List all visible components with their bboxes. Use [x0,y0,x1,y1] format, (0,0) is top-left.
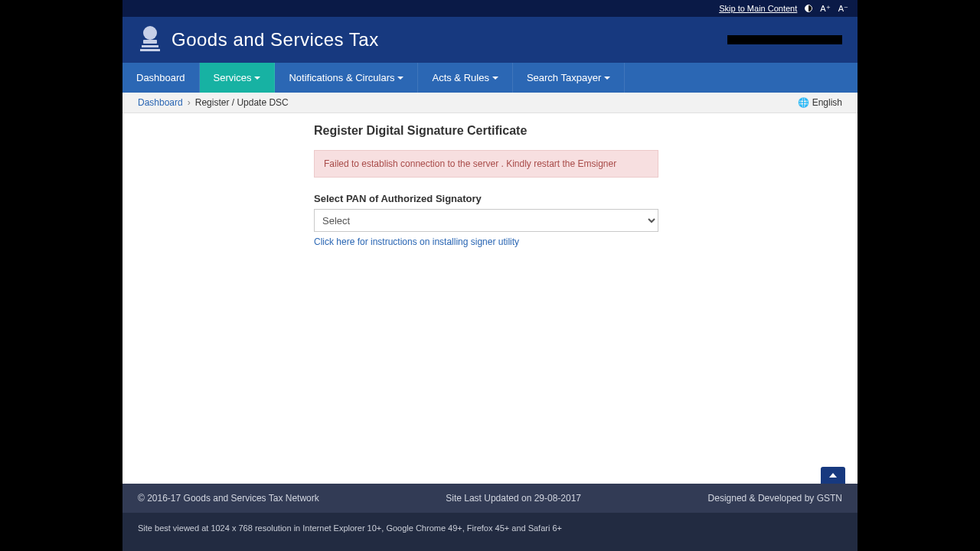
signer-utility-help-link[interactable]: Click here for instructions on installin… [314,236,658,247]
breadcrumb-current: Register / Update DSC [195,97,289,108]
pan-select-label: Select PAN of Authorized Signatory [314,193,658,204]
skip-to-content-link[interactable]: Skip to Main Content [719,4,797,13]
scroll-to-top-button[interactable] [821,467,845,484]
breadcrumb-separator: › [188,97,191,108]
nav-acts-rules[interactable]: Acts & Rules [418,63,512,93]
footer-copyright: © 2016-17 Goods and Services Tax Network [138,493,319,504]
footer-last-updated: Site Last Updated on 29-08-2017 [446,493,581,504]
chevron-up-icon [829,473,837,478]
main-content: Register Digital Signature Certificate F… [122,113,858,484]
top-utility-bar: Skip to Main Content A⁺ A⁻ [122,0,858,17]
site-title: Goods and Services Tax [172,29,379,51]
nav-label: Notifications & Circulars [289,72,394,83]
footer-secondary: Site best viewed at 1024 x 768 resolutio… [122,513,858,551]
svg-point-0 [143,26,157,40]
footer-primary: © 2016-17 Goods and Services Tax Network… [122,484,858,513]
contrast-toggle-icon[interactable] [805,5,812,12]
error-alert: Failed to establish connection to the se… [314,150,658,178]
nav-services[interactable]: Services [200,63,276,93]
nav-label: Services [214,72,252,83]
language-label: English [812,97,842,108]
breadcrumb-root[interactable]: Dashboard [138,97,183,108]
national-emblem-icon [138,24,162,55]
language-selector[interactable]: 🌐 English [798,97,842,108]
footer-developer: Designed & Developed by GSTN [708,493,842,504]
nav-search-taxpayer[interactable]: Search Taxpayer [513,63,625,93]
nav-dashboard[interactable]: Dashboard [122,63,200,93]
nav-label: Acts & Rules [432,72,488,83]
chevron-down-icon [604,77,610,80]
svg-rect-3 [140,49,160,51]
main-navigation: Dashboard Services Notifications & Circu… [122,63,858,93]
nav-notifications[interactable]: Notifications & Circulars [275,63,418,93]
pan-select[interactable]: Select [314,209,658,232]
chevron-down-icon [254,77,260,80]
account-area[interactable] [727,35,842,44]
nav-label: Search Taxpayer [527,72,601,83]
nav-label: Dashboard [136,72,185,83]
globe-icon: 🌐 [798,97,809,108]
page-title: Register Digital Signature Certificate [314,124,658,138]
site-header: Goods and Services Tax [122,17,858,63]
svg-rect-2 [142,45,158,47]
svg-rect-1 [143,40,157,44]
chevron-down-icon [397,77,403,80]
breadcrumb: Dashboard › Register / Update DSC 🌐 Engl… [122,93,858,113]
font-increase[interactable]: A⁺ [820,4,830,14]
footer-compat: Site best viewed at 1024 x 768 resolutio… [138,523,562,533]
chevron-down-icon [492,77,498,80]
font-decrease[interactable]: A⁻ [838,4,848,14]
